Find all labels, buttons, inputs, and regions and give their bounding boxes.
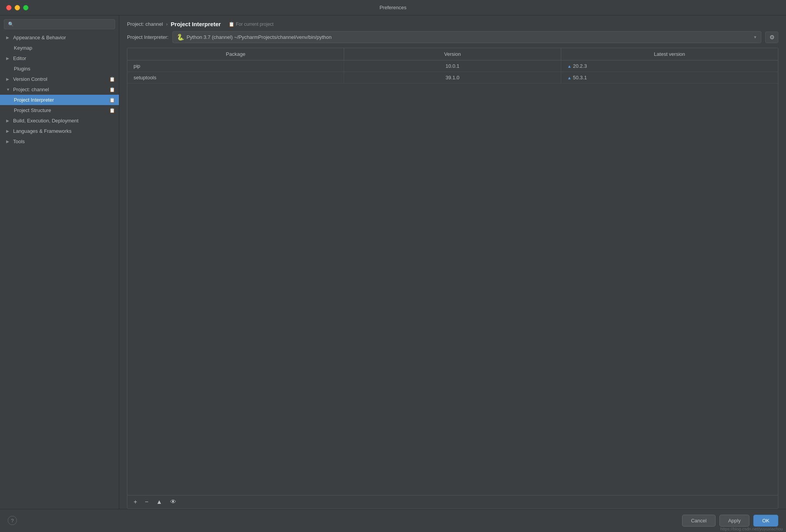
sidebar-item-label: Tools (13, 139, 25, 144)
sidebar-item-build-execution[interactable]: ▶ Build, Execution, Deployment (0, 115, 119, 126)
expand-arrow-icon: ▶ (6, 77, 11, 81)
ok-button[interactable]: OK (753, 515, 778, 527)
expand-arrow-icon: ▶ (6, 139, 11, 144)
minimize-button[interactable] (15, 5, 20, 10)
sidebar-item-version-control[interactable]: ▶ Version Control 📋 (0, 74, 119, 84)
scope-icon: 📋 (229, 22, 234, 27)
sidebar-item-label: Editor (13, 55, 26, 61)
up-arrow-icon: ▲ (567, 64, 572, 69)
expand-arrow-icon: ▶ (6, 119, 11, 123)
column-header-package: Package (127, 48, 344, 60)
table-body: pip 10.0.1 ▲ 20.2.3 setuptools 39.1.0 ▲ … (127, 60, 778, 495)
bottom-bar: ? Cancel Apply OK (0, 509, 786, 532)
cell-version-pip: 10.0.1 (344, 60, 561, 72)
sidebar-item-project-structure[interactable]: Project Structure 📋 (0, 105, 119, 115)
sidebar: 🔍 ▶ Appearance & Behavior Keymap ▶ Edito… (0, 15, 119, 509)
table-row[interactable]: setuptools 39.1.0 ▲ 50.3.1 (127, 72, 778, 84)
sidebar-item-plugins[interactable]: Plugins (0, 64, 119, 74)
breadcrumb-project: Project: channel (127, 21, 163, 27)
interpreter-label: Project Interpreter: (127, 34, 169, 40)
copy-icon: 📋 (109, 77, 115, 82)
sidebar-item-label: Version Control (13, 76, 47, 82)
packages-table: Package Version Latest version pip 10.0.… (127, 48, 778, 509)
watermark: https://blog.csdn.net/yuyuxiachou (720, 527, 783, 531)
upgrade-package-button[interactable]: ▲ (154, 498, 165, 506)
breadcrumb: Project: channel › Project Interpreter 📋… (119, 15, 786, 31)
sidebar-item-keymap[interactable]: Keymap (0, 43, 119, 53)
breadcrumb-scope: 📋 For current project (229, 22, 274, 27)
expand-arrow-icon: ▶ (6, 129, 11, 133)
copy-icon: 📋 (109, 97, 115, 103)
apply-button[interactable]: Apply (719, 515, 750, 527)
traffic-lights (6, 5, 28, 10)
question-mark-icon: ? (11, 518, 13, 524)
cell-package-pip: pip (127, 60, 344, 72)
content-area: Project: channel › Project Interpreter 📋… (119, 15, 786, 509)
expand-arrow-icon: ▶ (6, 35, 11, 40)
copy-icon: 📋 (109, 108, 115, 113)
sidebar-item-label: Build, Execution, Deployment (13, 118, 79, 124)
sidebar-item-label: Appearance & Behavior (13, 35, 66, 40)
cell-latest-pip: ▲ 20.2.3 (561, 60, 778, 72)
sidebar-item-label: Project Interpreter (14, 97, 54, 103)
sidebar-item-label: Plugins (14, 66, 30, 72)
sidebar-item-appearance-behavior[interactable]: ▶ Appearance & Behavior (0, 32, 119, 43)
maximize-button[interactable] (23, 5, 28, 10)
sidebar-item-project-channel[interactable]: ▼ Project: channel 📋 (0, 84, 119, 95)
python-icon: 🐍 (177, 33, 184, 41)
interpreter-row: Project Interpreter: 🐍 Python 3.7 (chann… (119, 31, 786, 48)
sidebar-item-label: Languages & Frameworks (13, 128, 72, 134)
sidebar-item-label: Project Structure (14, 107, 51, 113)
cell-package-setuptools: setuptools (127, 72, 344, 83)
help-button[interactable]: ? (8, 516, 17, 525)
up-arrow-icon: ▲ (567, 75, 572, 80)
titlebar: Preferences (0, 0, 786, 15)
main-layout: 🔍 ▶ Appearance & Behavior Keymap ▶ Edito… (0, 15, 786, 509)
chevron-down-icon: ▼ (753, 35, 757, 39)
show-details-button[interactable]: 👁 (168, 498, 179, 506)
column-header-latest: Latest version (561, 48, 778, 60)
interpreter-value: Python 3.7 (channel) ~/PycharmProjects/c… (187, 34, 751, 40)
table-row[interactable]: pip 10.0.1 ▲ 20.2.3 (127, 60, 778, 72)
column-header-version: Version (344, 48, 561, 60)
table-header: Package Version Latest version (127, 48, 778, 60)
sidebar-item-project-interpreter[interactable]: Project Interpreter 📋 (0, 95, 119, 105)
cell-latest-setuptools: ▲ 50.3.1 (561, 72, 778, 83)
interpreter-select[interactable]: 🐍 Python 3.7 (channel) ~/PycharmProjects… (172, 31, 761, 43)
window-title: Preferences (380, 5, 406, 10)
table-toolbar: + − ▲ 👁 (127, 495, 778, 509)
cell-version-setuptools: 39.1.0 (344, 72, 561, 83)
gear-button[interactable]: ⚙ (765, 32, 778, 43)
sidebar-item-tools[interactable]: ▶ Tools (0, 136, 119, 147)
cancel-button[interactable]: Cancel (682, 515, 715, 527)
expand-arrow-icon: ▼ (6, 87, 11, 92)
sidebar-item-languages-frameworks[interactable]: ▶ Languages & Frameworks (0, 126, 119, 136)
expand-arrow-icon: ▶ (6, 56, 11, 60)
sidebar-item-label: Keymap (14, 45, 32, 51)
sidebar-item-editor[interactable]: ▶ Editor (0, 53, 119, 64)
search-icon: 🔍 (8, 22, 14, 27)
add-package-button[interactable]: + (131, 498, 139, 506)
search-box[interactable]: 🔍 (4, 19, 115, 29)
gear-icon: ⚙ (769, 34, 774, 41)
close-button[interactable] (6, 5, 12, 10)
sidebar-item-label: Project: channel (13, 87, 49, 92)
breadcrumb-current: Project Interpreter (171, 21, 221, 27)
breadcrumb-separator: › (166, 21, 167, 27)
remove-package-button[interactable]: − (142, 498, 151, 506)
copy-icon: 📋 (109, 87, 115, 92)
